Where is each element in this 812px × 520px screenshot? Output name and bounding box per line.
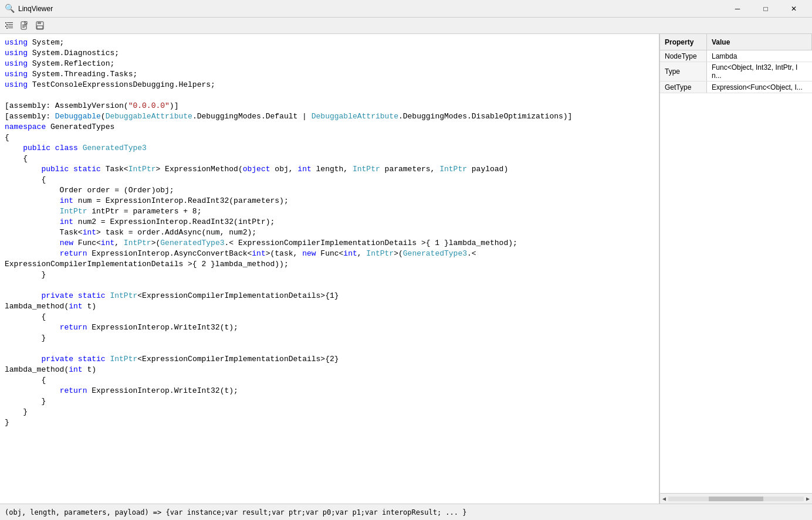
- code-content: using System; using System.Diagnostics; …: [0, 36, 659, 429]
- title-controls: ─ □ ✕: [724, 0, 807, 18]
- property-row: NodeTypeLambda: [660, 50, 812, 62]
- svg-rect-15: [38, 22, 41, 24]
- property-rows[interactable]: NodeTypeLambdaTypeFunc<Object, Int32, In…: [660, 50, 812, 493]
- status-bar: (obj, length, parameters, payload) => {v…: [0, 504, 812, 520]
- title-bar: 🔍 LinqViewer ─ □ ✕: [0, 0, 812, 18]
- property-column-header: Property: [660, 34, 707, 50]
- tree-icon: [5, 21, 14, 30]
- minimize-button[interactable]: ─: [724, 0, 751, 18]
- scroll-left-arrow[interactable]: ◀: [662, 495, 666, 502]
- property-panel-header: Property Value: [660, 34, 812, 50]
- scrollbar-track[interactable]: [668, 497, 804, 501]
- save-icon: [35, 21, 45, 30]
- property-value: Func<Object, Int32, IntPtr, In...: [707, 62, 812, 81]
- property-horizontal-scrollbar[interactable]: ◀ ▶: [660, 493, 812, 504]
- property-value: Lambda: [707, 50, 812, 62]
- property-name: GetType: [660, 81, 707, 93]
- toolbar-btn-1[interactable]: [2, 19, 16, 32]
- toolbar-btn-2[interactable]: [18, 19, 32, 32]
- property-name: Type: [660, 62, 707, 81]
- scroll-right-arrow[interactable]: ▶: [806, 495, 810, 502]
- close-button[interactable]: ✕: [780, 0, 807, 18]
- maximize-button[interactable]: □: [752, 0, 779, 18]
- svg-rect-3: [8, 24, 13, 25]
- svg-rect-13: [22, 27, 25, 28]
- property-row: TypeFunc<Object, Int32, IntPtr, In...: [660, 62, 812, 81]
- svg-rect-1: [7, 22, 13, 23]
- property-row: GetTypeExpression<Func<Object, I...: [660, 81, 812, 93]
- document-icon: [20, 21, 29, 30]
- value-column-header: Value: [707, 34, 812, 50]
- svg-rect-0: [5, 22, 6, 23]
- svg-rect-11: [22, 25, 26, 25]
- code-editor[interactable]: using System; using System.Diagnostics; …: [0, 34, 659, 504]
- app-icon: 🔍: [5, 4, 15, 13]
- svg-rect-4: [5, 26, 6, 27]
- status-text: (obj, length, parameters, payload) => {v…: [5, 508, 466, 516]
- svg-rect-7: [8, 28, 13, 28]
- toolbar-btn-3[interactable]: [33, 19, 47, 32]
- svg-rect-2: [6, 24, 8, 25]
- svg-rect-12: [22, 26, 26, 26]
- property-panel: Property Value NodeTypeLambdaTypeFunc<Ob…: [659, 34, 812, 504]
- svg-rect-5: [7, 26, 13, 26]
- scrollbar-thumb[interactable]: [709, 497, 763, 501]
- toolbar: [0, 18, 812, 34]
- property-name: NodeType: [660, 50, 707, 62]
- svg-rect-16: [37, 26, 43, 29]
- property-value: Expression<Func<Object, I...: [707, 81, 812, 93]
- app-title: LinqViewer: [18, 5, 53, 13]
- svg-rect-6: [6, 28, 8, 29]
- main-layout: using System; using System.Diagnostics; …: [0, 34, 812, 504]
- title-left: 🔍 LinqViewer: [5, 4, 53, 13]
